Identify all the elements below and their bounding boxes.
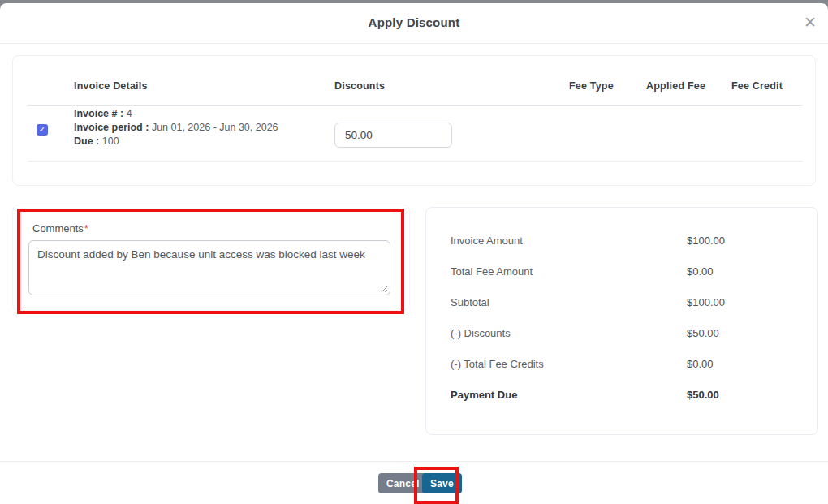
summary-label: Total Fee Amount [451, 265, 533, 278]
summary-value: $50.00 [687, 389, 719, 401]
comments-label-text: Comments [32, 222, 84, 235]
summary-label: (-) Discounts [451, 327, 511, 339]
summary-value: $100.00 [687, 296, 725, 308]
modal-title: Apply Discount [0, 15, 828, 29]
row-divider [28, 161, 803, 162]
cancel-button[interactable]: Cancel [378, 473, 428, 493]
column-header-discounts: Discounts [334, 80, 385, 92]
comments-textarea[interactable]: Discount added by Ben because unit acces… [28, 240, 390, 295]
summary-row-total-fee-credits: (-) Total Fee Credits $0.00 [426, 358, 817, 371]
invoice-details-cell: Invoice # : 4 Invoice period : Jun 01, 2… [74, 107, 278, 149]
save-button[interactable]: Save [422, 473, 462, 493]
invoice-period-line: Invoice period : Jun 01, 2026 - Jun 30, … [74, 121, 278, 135]
totals-summary-panel: Invoice Amount $100.00 Total Fee Amount … [425, 207, 818, 435]
summary-value: $0.00 [687, 265, 714, 278]
discount-input[interactable] [334, 123, 452, 148]
column-header-invoice-details: Invoice Details [74, 80, 148, 92]
summary-value: $0.00 [687, 358, 714, 370]
summary-row-invoice-amount: Invoice Amount $100.00 [426, 235, 817, 248]
summary-label: Subtotal [451, 296, 489, 308]
invoice-period-label: Invoice period : [74, 122, 149, 133]
column-header-fee-credit: Fee Credit [731, 80, 783, 92]
invoice-period-value: Jun 01, 2026 - Jun 30, 2026 [152, 122, 278, 133]
invoice-row-checkbox[interactable]: ✓ [37, 124, 48, 136]
modal-header: Apply Discount ✕ [0, 3, 828, 44]
resize-grip-icon[interactable] [381, 286, 388, 293]
summary-row-total-fee-amount: Total Fee Amount $0.00 [426, 265, 817, 278]
summary-value: $50.00 [687, 327, 719, 339]
comments-textarea-wrap: Discount added by Ben because unit acces… [28, 240, 390, 295]
summary-label: Payment Due [451, 389, 517, 401]
invoice-due-value: 100 [102, 136, 119, 147]
summary-label: Invoice Amount [451, 235, 523, 247]
invoice-number-line: Invoice # : 4 [74, 107, 278, 121]
column-header-applied-fee: Applied Fee [646, 80, 705, 92]
summary-row-payment-due: Payment Due $50.00 [426, 389, 817, 402]
invoice-number-label: Invoice # : [74, 108, 123, 119]
comments-label: Comments* [32, 222, 88, 235]
header-divider [28, 105, 803, 106]
footer-divider [0, 461, 828, 462]
invoice-due-label: Due : [74, 136, 99, 147]
required-asterisk: * [84, 222, 88, 235]
close-icon[interactable]: ✕ [799, 11, 822, 34]
invoice-table: Invoice Details Discounts Fee Type Appli… [12, 55, 816, 186]
invoice-number-value: 4 [127, 108, 132, 119]
summary-label: (-) Total Fee Credits [451, 358, 544, 370]
column-header-fee-type: Fee Type [569, 80, 614, 92]
invoice-due-line: Due : 100 [74, 135, 278, 149]
summary-row-discounts: (-) Discounts $50.00 [426, 327, 817, 340]
summary-row-subtotal: Subtotal $100.00 [426, 296, 817, 309]
summary-value: $100.00 [687, 235, 725, 247]
apply-discount-modal: Apply Discount ✕ Invoice Details Discoun… [0, 3, 828, 504]
